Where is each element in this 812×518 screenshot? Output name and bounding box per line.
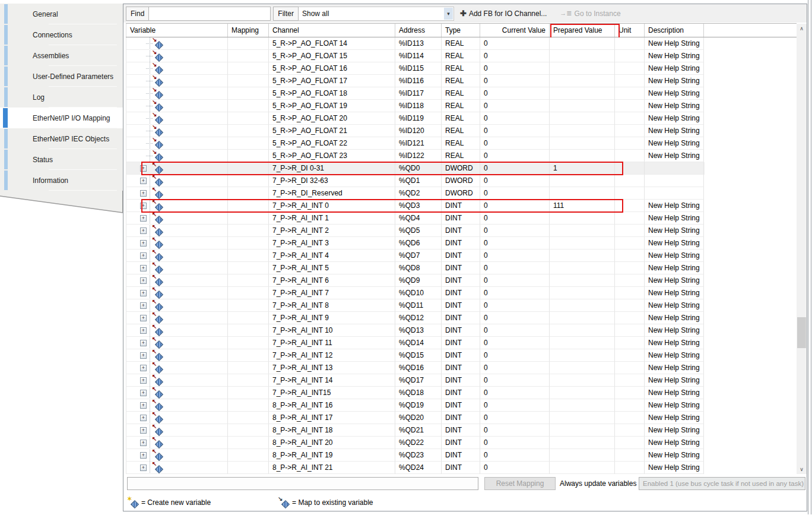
expand-plus-icon[interactable]: + [140,315,147,321]
table-row[interactable]: +↖7_P->R_AI_INT 13%QD16DINT0New Help Str… [126,362,705,374]
sidebar-tab-general[interactable]: General [0,4,123,24]
dropdown-arrow-icon[interactable]: ▾ [444,8,453,20]
expand-plus-icon[interactable]: + [140,265,147,271]
cell-prepared-value[interactable] [550,37,615,50]
cell-prepared-value[interactable] [550,374,615,387]
vertical-scrollbar[interactable]: ∧ ∨ [797,24,807,474]
expand-plus-icon[interactable]: + [140,165,147,172]
cell-prepared-value[interactable] [550,225,615,237]
table-row[interactable]: ↘5_R->P_AO_FLOAT 22%ID121REAL0New Help S… [126,137,705,150]
cell-prepared-value[interactable] [550,125,615,137]
cell-prepared-value[interactable] [550,449,615,462]
table-row[interactable]: ↘5_R->P_AO_FLOAT 18%ID117REAL0New Help S… [126,87,705,100]
table-row[interactable]: +↖8_P->R_AI_INT 20%QD22DINT0New Help Str… [126,437,705,449]
filter-dropdown[interactable]: Show all ▾ [299,7,454,21]
cell-prepared-value[interactable] [550,62,615,75]
expand-plus-icon[interactable]: + [140,277,147,284]
table-row[interactable]: ↘5_R->P_AO_FLOAT 14%ID113REAL0New Help S… [126,37,705,50]
table-row[interactable]: +↖7_P->R_AI_INT 9%QD12DINT0New Help Stri… [126,312,705,324]
expand-plus-icon[interactable]: + [140,340,147,346]
cell-prepared-value[interactable] [550,299,615,312]
cell-prepared-value[interactable] [550,100,615,112]
cell-prepared-value[interactable] [550,412,615,424]
cell-prepared-value[interactable] [550,312,615,324]
table-row[interactable]: +↖7_P->R_AI_INT 3%QD6DINT0New Help Strin… [126,237,705,249]
cell-prepared-value[interactable] [550,112,615,125]
expand-plus-icon[interactable]: + [140,327,147,334]
cell-prepared-value[interactable] [550,75,615,87]
cell-prepared-value[interactable] [550,150,615,162]
expand-plus-icon[interactable]: + [140,302,147,309]
expand-plus-icon[interactable]: + [140,290,147,296]
sidebar-tab-status[interactable]: Status [0,149,123,170]
table-row[interactable]: +↖7_P->R_AI_INT 6%QD9DINT0New Help Strin… [126,274,705,287]
table-row[interactable]: +↖7_P->R_AI_INT 8%QD11DINT0New Help Stri… [126,299,705,312]
cell-prepared-value[interactable] [550,287,615,299]
table-row[interactable]: +↖7_P->R_DI_Reserved%QD2DWORD0 [126,187,705,200]
cell-prepared-value[interactable] [550,262,615,274]
cell-prepared-value[interactable] [550,87,615,100]
table-row[interactable]: ↘5_R->P_AO_FLOAT 16%ID115REAL0New Help S… [126,62,705,75]
table-row[interactable]: +↖7_P->R_AI_INT 11%QD14DINT0New Help Str… [126,337,705,349]
table-row[interactable]: ↘5_R->P_AO_FLOAT 15%ID114REAL0New Help S… [126,50,705,62]
table-row[interactable]: +↖7_P->R_AI_INT 7%QD10DINT0New Help Stri… [126,287,705,299]
add-fb-button[interactable]: ✚ Add FB for IO Channel... [460,9,547,18]
table-row[interactable]: ↘5_R->P_AO_FLOAT 19%ID118REAL0New Help S… [126,100,705,112]
expand-plus-icon[interactable]: + [140,427,147,434]
expand-plus-icon[interactable]: + [140,252,147,259]
cell-prepared-value[interactable] [550,437,615,449]
update-task-dropdown[interactable]: Enabled 1 (use bus cycle task if not use… [639,477,805,490]
cell-prepared-value[interactable] [550,337,615,349]
expand-plus-icon[interactable]: + [140,390,147,396]
find-input[interactable] [149,7,271,21]
expand-plus-icon[interactable]: + [140,365,147,371]
table-row[interactable]: +↖8_P->R_AI_INT 16%QD19DINT0New Help Str… [126,399,705,412]
cell-prepared-value[interactable] [550,175,615,187]
cell-prepared-value[interactable] [550,362,615,374]
cell-prepared-value[interactable] [550,212,615,225]
cell-prepared-value[interactable] [550,187,615,200]
table-row[interactable]: ↘5_R->P_AO_FLOAT 21%ID120REAL0New Help S… [126,125,705,137]
expand-plus-icon[interactable]: + [140,240,147,247]
expand-plus-icon[interactable]: + [140,377,147,384]
cell-prepared-value[interactable] [550,274,615,287]
cell-prepared-value[interactable] [550,349,615,362]
table-row[interactable]: ↘5_R->P_AO_FLOAT 23%ID122REAL0New Help S… [126,150,705,162]
scroll-down-arrow-icon[interactable]: ∨ [797,465,807,474]
expand-plus-icon[interactable]: + [140,415,147,421]
reset-mapping-button[interactable]: Reset Mapping [484,477,556,490]
table-row[interactable]: +↖7_P->R_DI 0-31%QD0DWORD01 [126,162,705,175]
table-row[interactable]: +↖7_P->R_AI_INT15%QD18DINT0New Help Stri… [126,387,705,399]
table-row[interactable]: +↖8_P->R_AI_INT 17%QD20DINT0New Help Str… [126,412,705,424]
table-row[interactable]: +↖7_P->R_AI_INT 12%QD15DINT0New Help Str… [126,349,705,362]
expand-plus-icon[interactable]: + [140,465,147,471]
cell-prepared-value[interactable] [550,387,615,399]
cell-prepared-value[interactable] [550,237,615,249]
sidebar-tab-information[interactable]: Information [0,170,123,191]
expand-plus-icon[interactable]: + [140,190,147,197]
scroll-up-arrow-icon[interactable]: ∧ [797,24,807,33]
expand-plus-icon[interactable]: + [140,440,147,446]
expand-plus-icon[interactable]: + [140,352,147,359]
scrollbar-thumb[interactable] [797,317,806,348]
cell-prepared-value[interactable] [550,324,615,337]
cell-prepared-value[interactable]: 1 [550,162,615,175]
table-row[interactable]: +↖8_P->R_AI_INT 21%QD24DINT0New Help Str… [126,462,705,474]
table-row[interactable]: +↖7_P->R_AI_INT 14%QD17DINT0New Help Str… [126,374,705,387]
table-row[interactable]: +↖7_P->R_AI_INT 2%QD5DINT0New Help Strin… [126,225,705,237]
table-row[interactable]: +↖7_P->R_AI_INT 0%QD3DINT0111New Help St… [126,200,705,212]
cell-prepared-value[interactable] [550,50,615,62]
cell-prepared-value[interactable] [550,399,615,412]
sidebar-tab-connections[interactable]: Connections [0,24,123,45]
sidebar-tab-assemblies[interactable]: Assemblies [0,45,123,66]
table-row[interactable]: ↘5_R->P_AO_FLOAT 17%ID116REAL0New Help S… [126,75,705,87]
cell-prepared-value[interactable] [550,424,615,437]
expand-plus-icon[interactable]: + [140,178,147,184]
table-row[interactable]: +↖8_P->R_AI_INT 18%QD21DINT0New Help Str… [126,424,705,437]
cell-prepared-value[interactable]: 111 [550,200,615,212]
table-row[interactable]: ↘5_R->P_AO_FLOAT 20%ID119REAL0New Help S… [126,112,705,125]
sidebar-tab-log[interactable]: Log [0,87,123,108]
expand-plus-icon[interactable]: + [140,203,147,209]
cell-prepared-value[interactable] [550,137,615,150]
goto-instance-button[interactable]: →≣ Go to Instance [553,10,620,18]
